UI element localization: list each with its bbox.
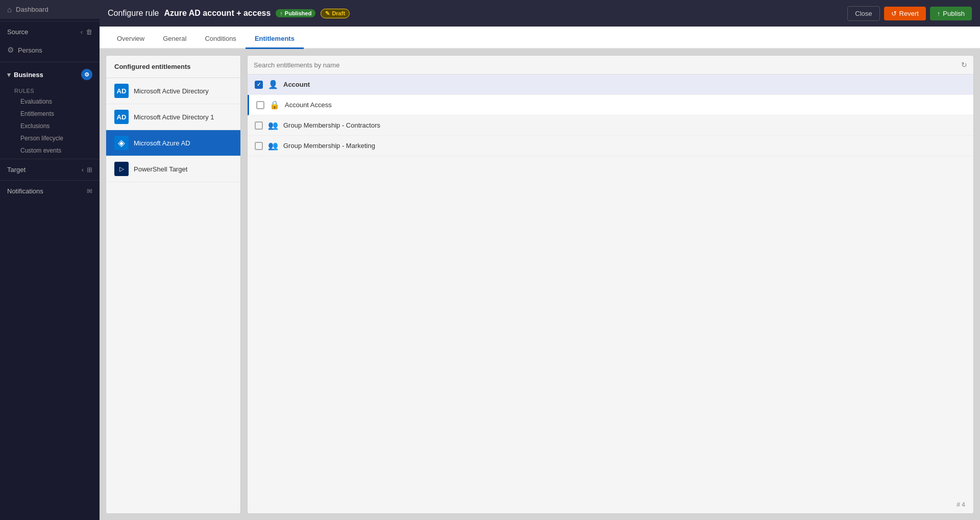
entitlement-row-account-access[interactable]: 🔒 Account Access	[248, 95, 973, 115]
sidebar-item-evaluations[interactable]: Evaluations	[0, 95, 100, 108]
rule-name: Azure AD account + access	[164, 9, 271, 18]
right-panel: ↻ ✓ 👤 Account 🔒 Account Access 👥 Group M…	[247, 55, 974, 514]
sidebar-source-actions: ‹ 🗑	[81, 28, 92, 36]
entitlement-row-marketing[interactable]: 👥 Group Membership - Marketing	[248, 136, 973, 156]
sidebar-item-exclusions[interactable]: Exclusions	[0, 120, 100, 132]
source-item-mad2[interactable]: AD Microsoft Active Directory 1	[106, 104, 240, 130]
tab-conditions[interactable]: Conditions	[195, 30, 245, 49]
business-settings-icon[interactable]: ⚙	[81, 69, 92, 80]
chevron-down-icon[interactable]: ▾	[7, 71, 11, 79]
revert-button[interactable]: ↺ Revert	[884, 7, 926, 20]
powershell-icon: ▷	[114, 162, 129, 176]
source-item-ps[interactable]: ▷ PowerShell Target	[106, 156, 240, 182]
entitlement-checkbox-account-access[interactable]	[256, 101, 264, 109]
sidebar-item-custom-events[interactable]: Custom events	[0, 144, 100, 157]
sidebar-item-dashboard[interactable]: ⌂ Dashboard	[0, 0, 100, 19]
sidebar-target-section: Target ‹ ⊞	[0, 161, 100, 178]
source-item-azure[interactable]: ◈ Microsoft Azure AD	[106, 130, 240, 156]
search-bar: ↻	[248, 56, 973, 75]
ad-icon-1: AD	[114, 84, 129, 98]
tab-general[interactable]: General	[154, 30, 195, 49]
main-content: Configure rule Azure AD account + access…	[100, 0, 980, 520]
sidebar-divider-3	[0, 159, 100, 159]
topbar-actions: Close ↺ Revert ↑ Publish	[847, 6, 972, 21]
lock-icon: 🔒	[270, 100, 280, 110]
notifications-mail-icon[interactable]: ✉	[87, 187, 92, 195]
page-number: # 4	[957, 501, 965, 508]
entitlement-checkbox-marketing[interactable]	[255, 142, 263, 150]
entitlement-row-contractors[interactable]: 👥 Group Membership - Contractors	[248, 115, 973, 136]
refresh-icon[interactable]: ↻	[961, 61, 967, 69]
tab-overview[interactable]: Overview	[108, 30, 154, 49]
tabs-bar: Overview General Conditions Entitlements	[100, 27, 980, 49]
person-icon: 👤	[268, 80, 278, 89]
sidebar-source-section: Source ‹ 🗑	[0, 23, 100, 40]
ad-icon-2: AD	[114, 110, 129, 124]
sidebar-item-persons[interactable]: ⚙ Persons	[0, 40, 100, 60]
revert-icon: ↺	[891, 10, 897, 17]
sidebar-divider-4	[0, 180, 100, 181]
sidebar-target-collapse-icon[interactable]: ‹	[82, 166, 84, 174]
content-area: Configured entitlements AD Microsoft Act…	[100, 49, 980, 520]
home-icon: ⌂	[7, 5, 12, 14]
group-icon-2: 👥	[268, 141, 278, 151]
group-icon-1: 👥	[268, 120, 278, 130]
published-icon: ↑	[280, 10, 283, 16]
entitlement-checkbox-account[interactable]: ✓	[255, 81, 263, 89]
sidebar-item-entitlements[interactable]: Entitlements	[0, 108, 100, 120]
source-item-mad1[interactable]: AD Microsoft Active Directory	[106, 78, 240, 104]
azure-icon: ◈	[114, 136, 129, 150]
sidebar-business-section: ▾ Business ⚙	[0, 64, 100, 85]
publish-icon: ↑	[937, 10, 941, 17]
topbar-title-area: Configure rule Azure AD account + access…	[108, 9, 350, 18]
sidebar-notifications-section: Notifications ✉	[0, 183, 100, 200]
sidebar-item-person-lifecycle[interactable]: Person lifecycle	[0, 132, 100, 144]
tab-entitlements[interactable]: Entitlements	[246, 30, 304, 49]
published-badge: ↑ Published	[276, 9, 315, 17]
search-input[interactable]	[254, 61, 957, 69]
entitlement-row-account[interactable]: ✓ 👤 Account	[248, 75, 973, 95]
configure-rule-label: Configure rule	[108, 9, 159, 18]
sidebar-source-delete-icon[interactable]: 🗑	[86, 28, 92, 36]
left-panel: Configured entitlements AD Microsoft Act…	[106, 55, 241, 514]
sidebar: ⌂ Dashboard Source ‹ 🗑 ⚙ Persons ▾ Busin…	[0, 0, 100, 520]
sidebar-source-collapse-icon[interactable]: ‹	[81, 28, 83, 36]
draft-badge: ✎ Draft	[321, 9, 350, 18]
persons-icon: ⚙	[7, 45, 14, 55]
sidebar-divider-2	[0, 62, 100, 62]
rules-label: Rules	[0, 85, 100, 95]
left-panel-header: Configured entitlements	[106, 56, 240, 78]
sidebar-divider-1	[0, 21, 100, 21]
topbar: Configure rule Azure AD account + access…	[100, 0, 980, 27]
publish-button[interactable]: ↑ Publish	[930, 7, 972, 20]
draft-icon: ✎	[325, 10, 330, 17]
entitlement-checkbox-contractors[interactable]	[255, 121, 263, 130]
close-button[interactable]: Close	[847, 6, 879, 21]
sidebar-target-grid-icon[interactable]: ⊞	[87, 166, 92, 174]
